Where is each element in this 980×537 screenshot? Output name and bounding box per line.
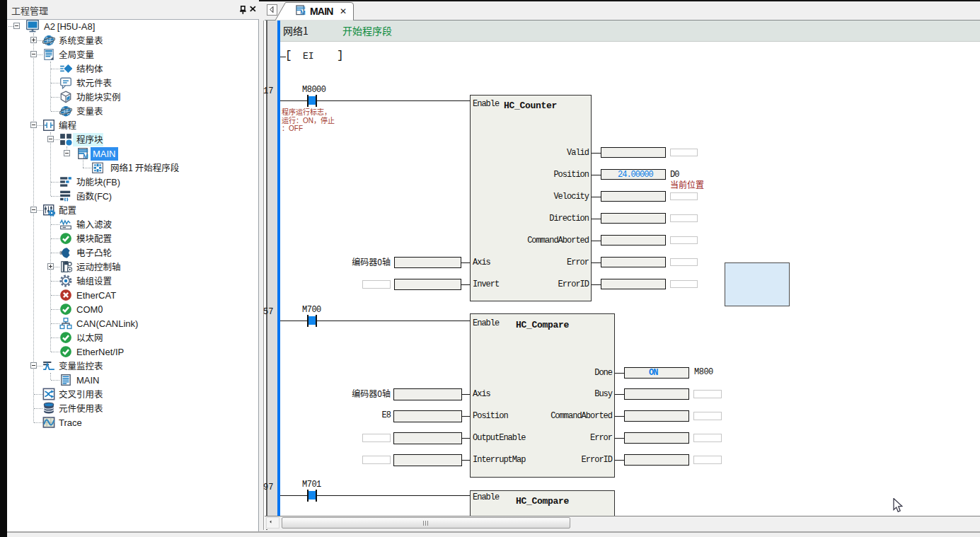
svg-text:M: M: [300, 9, 305, 16]
svg-text:M: M: [83, 153, 88, 160]
